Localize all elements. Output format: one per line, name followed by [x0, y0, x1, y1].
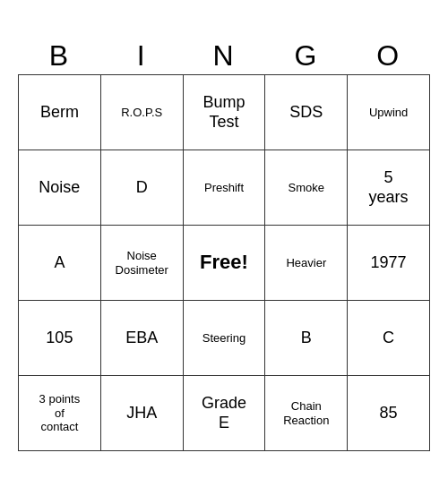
header-cell-o: O — [348, 36, 430, 75]
header-cell-g: G — [265, 36, 348, 75]
grid-cell-4-4: 85 — [348, 376, 430, 451]
grid-cell-0-1: R.O.P.S — [100, 75, 183, 150]
bingo-card-container: BINGO BermR.O.P.SBumpTestSDSUpwindNoiseD… — [18, 36, 430, 451]
grid-cell-1-3: Smoke — [265, 150, 348, 226]
table-row: BermR.O.P.SBumpTestSDSUpwind — [19, 75, 430, 150]
grid-cell-2-3: Heavier — [265, 226, 348, 301]
grid-cell-0-3: SDS — [265, 75, 348, 150]
table-row: ANoiseDosimeterFree!Heavier1977 — [19, 226, 430, 301]
grid-cell-2-1: NoiseDosimeter — [100, 226, 183, 301]
grid-cell-2-2: Free! — [183, 226, 265, 301]
table-row: 105EBASteeringBC — [19, 301, 430, 376]
grid-cell-1-4: 5years — [348, 150, 430, 226]
grid-cell-0-0: Berm — [19, 75, 101, 150]
grid-cell-4-3: ChainReaction — [265, 376, 348, 451]
table-row: NoiseDPreshiftSmoke5years — [19, 150, 430, 226]
grid-cell-4-0: 3 pointsofcontact — [19, 376, 101, 451]
bingo-table: BINGO BermR.O.P.SBumpTestSDSUpwindNoiseD… — [18, 36, 430, 451]
grid-cell-2-0: A — [19, 226, 101, 301]
header-row: BINGO — [19, 36, 430, 75]
header-cell-n: N — [183, 36, 265, 75]
grid-cell-3-3: B — [265, 301, 348, 376]
grid-cell-0-2: BumpTest — [183, 75, 265, 150]
grid-cell-2-4: 1977 — [348, 226, 430, 301]
header-cell-i: I — [100, 36, 183, 75]
grid-cell-3-1: EBA — [100, 301, 183, 376]
grid-cell-1-1: D — [100, 150, 183, 226]
grid-cell-4-2: GradeE — [183, 376, 265, 451]
table-row: 3 pointsofcontactJHAGradeEChainReaction8… — [19, 376, 430, 451]
grid-cell-4-1: JHA — [100, 376, 183, 451]
grid-cell-3-0: 105 — [19, 301, 101, 376]
grid-cell-1-2: Preshift — [183, 150, 265, 226]
grid-cell-0-4: Upwind — [348, 75, 430, 150]
grid-cell-3-2: Steering — [183, 301, 265, 376]
header-cell-b: B — [19, 36, 101, 75]
grid-cell-3-4: C — [348, 301, 430, 376]
grid-cell-1-0: Noise — [19, 150, 101, 226]
